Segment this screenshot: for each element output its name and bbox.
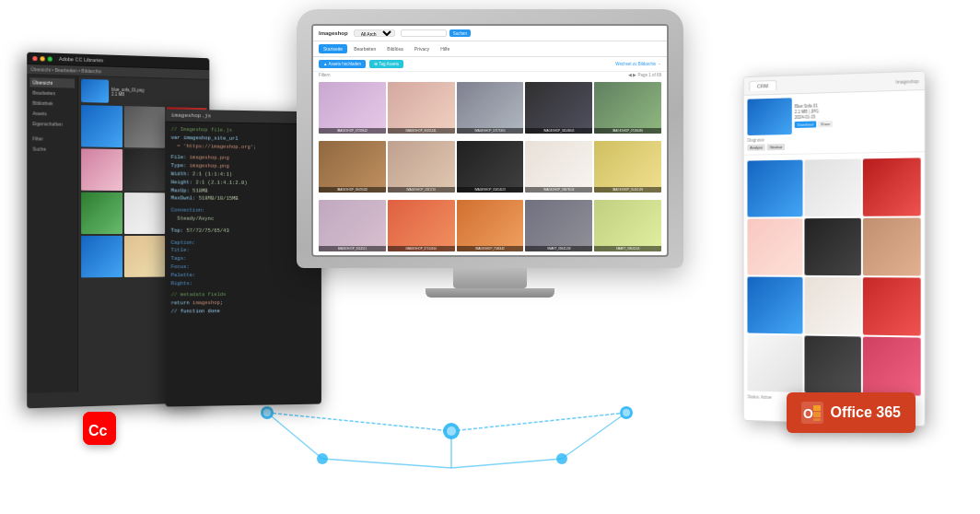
sidebar-item-filter[interactable]: Filter bbox=[29, 134, 75, 144]
minimize-dot[interactable] bbox=[41, 56, 45, 61]
sidebar-item-library[interactable]: Bibliothek bbox=[29, 99, 75, 109]
diagnose-btn[interactable]: Analyse bbox=[747, 144, 764, 150]
adobe-grid-item[interactable] bbox=[124, 236, 165, 277]
imageshop-ui: Imageshop All Archives Suchen Startseite… bbox=[313, 26, 667, 255]
image-cell[interactable]: IMAGESHOP_2024511 bbox=[319, 200, 386, 251]
office-badge-inner: O Office 365 bbox=[787, 392, 916, 433]
adobe-cc-icon: Cc bbox=[83, 412, 116, 445]
sidebar-item-edit[interactable]: Bearbeiten bbox=[29, 88, 75, 98]
adobe-grid-item[interactable] bbox=[124, 149, 165, 191]
image-cell[interactable]: IMAGESHOP_05454523 bbox=[457, 141, 524, 193]
web-img-cell[interactable] bbox=[747, 276, 802, 333]
image-cell[interactable]: IMAGESHOP_05491199 bbox=[594, 141, 661, 193]
detail-info: Blue Sofa 01 2.1 MB | JPG 2024-01-15 Dow… bbox=[795, 100, 921, 129]
svg-point-9 bbox=[443, 423, 460, 439]
tag-button[interactable]: ⊕ Tag Assets bbox=[369, 60, 403, 68]
svg-text:Cc: Cc bbox=[88, 423, 108, 438]
search-button[interactable]: Suchen bbox=[449, 29, 471, 37]
web-img-cell[interactable] bbox=[863, 337, 921, 396]
archive-dropdown[interactable]: All Archives bbox=[354, 29, 395, 37]
image-cell[interactable]: IMAGESHOP_2021710 bbox=[388, 141, 455, 193]
sidebar-item-search[interactable]: Suche bbox=[29, 144, 75, 154]
web-img-cell[interactable] bbox=[747, 334, 802, 392]
images-grid-row3: IMAGESHOP_2024511 IMAGESHOP_07314914 IMA… bbox=[313, 196, 667, 255]
svg-line-5 bbox=[322, 459, 451, 468]
image-cell[interactable]: IMAGESHOP_09876534 bbox=[525, 141, 592, 193]
is-header: Imageshop All Archives Suchen bbox=[313, 26, 667, 41]
web-header-title: Imageshop bbox=[895, 77, 918, 84]
adobe-grid-item[interactable] bbox=[81, 148, 122, 191]
close-dot[interactable] bbox=[32, 55, 37, 60]
web-img-cell[interactable] bbox=[863, 158, 921, 216]
tab-bildlosa[interactable]: Bildlösa bbox=[382, 44, 408, 53]
main-scene: Imageshop All Archives Suchen Startseite… bbox=[0, 0, 980, 514]
web-content: Status: Active bbox=[744, 152, 925, 408]
svg-line-6 bbox=[451, 459, 562, 468]
struktur-btn[interactable]: Struktur bbox=[767, 144, 785, 150]
tab-privacy[interactable]: Privacy bbox=[410, 44, 434, 53]
image-cell[interactable]: IMAGESHOP_04546845 bbox=[525, 82, 592, 134]
image-label: IMAGESHOP_2024511 bbox=[319, 246, 386, 251]
upload-button[interactable]: ▲ Assets hochladen bbox=[319, 60, 366, 68]
image-label: IMAGESHOP_05454523 bbox=[457, 187, 524, 193]
adobe-grid-item[interactable] bbox=[124, 106, 165, 148]
adobe-grid-item[interactable] bbox=[81, 193, 122, 234]
web-img-cell[interactable] bbox=[804, 218, 860, 275]
code-line: Title: bbox=[171, 247, 316, 255]
web-img-cell[interactable] bbox=[747, 160, 802, 217]
web-img-cell[interactable] bbox=[747, 218, 802, 275]
sidebar-item-overview[interactable]: Übersicht bbox=[29, 77, 75, 88]
monitor-screen: Imageshop All Archives Suchen Startseite… bbox=[311, 24, 669, 257]
svg-point-12 bbox=[623, 409, 630, 416]
adobe-grid-item[interactable] bbox=[81, 236, 122, 277]
image-cell[interactable]: IMAGESHOP_7046442 bbox=[457, 200, 524, 251]
search-input[interactable] bbox=[401, 29, 447, 37]
image-label: IMAGESHOP_07071965 bbox=[457, 128, 524, 134]
pagination: ◀ ▶ Page 1 of 68 bbox=[628, 73, 661, 77]
web-img-cell[interactable] bbox=[804, 335, 860, 393]
image-cell[interactable]: SMART_09841243 bbox=[594, 200, 661, 251]
sidebar-item-assets[interactable]: Assets bbox=[29, 109, 75, 119]
tab-startseite[interactable]: Startseite bbox=[319, 44, 347, 53]
search-container: Suchen bbox=[401, 29, 661, 37]
toolbar-label: Übersicht • Bearbeiten • Bildarchiv bbox=[30, 66, 101, 74]
svg-rect-21 bbox=[813, 418, 821, 421]
web-img-cell[interactable] bbox=[804, 277, 860, 335]
monitor-stand bbox=[453, 268, 527, 288]
web-tab-crm[interactable]: CRM bbox=[749, 80, 776, 91]
detail-download-btn[interactable]: Download bbox=[795, 121, 816, 128]
return-link[interactable]: Wechsel zu Bildarchiv → bbox=[615, 62, 661, 66]
tab-hilfe[interactable]: Hilfe bbox=[436, 44, 454, 53]
web-img-cell[interactable] bbox=[863, 277, 921, 335]
image-cell[interactable]: IMAGESHOP_07378622 bbox=[319, 82, 386, 134]
creative-cloud-icon: Cc bbox=[83, 412, 116, 445]
image-cell[interactable]: SMART_09841199 bbox=[525, 200, 592, 251]
adobe-grid-item[interactable] bbox=[124, 193, 165, 234]
monitor: Imageshop All Archives Suchen Startseite… bbox=[297, 9, 683, 298]
svg-rect-20 bbox=[813, 412, 821, 417]
image-cell[interactable]: IMAGESHOP_06205241 bbox=[388, 82, 455, 134]
sidebar-item-props[interactable]: Eigenschaften bbox=[29, 119, 75, 129]
tab-bearbeiten[interactable]: Bearbeiten bbox=[349, 44, 380, 53]
web-img-cell[interactable] bbox=[804, 158, 860, 216]
filter-info: Filtern bbox=[319, 73, 331, 77]
imageshop-logo: Imageshop bbox=[319, 30, 348, 36]
adobe-sidebar: Übersicht Bearbeiten Bibliothek Assets E… bbox=[27, 75, 78, 393]
adobe-grid-item[interactable] bbox=[81, 105, 122, 147]
images-grid-row1: IMAGESHOP_07378622 IMAGESHOP_06205241 IM… bbox=[313, 78, 667, 137]
svg-rect-19 bbox=[813, 405, 821, 411]
image-cell[interactable]: IMAGESHOP_07248466 bbox=[594, 82, 661, 134]
image-cell[interactable]: IMAGESHOP_07314914 bbox=[388, 200, 455, 251]
code-line: Focus: bbox=[171, 263, 316, 272]
maximize-dot[interactable] bbox=[48, 56, 52, 61]
image-cell[interactable]: IMAGESHOP_09476432 bbox=[319, 141, 386, 193]
detail-preview bbox=[747, 98, 791, 135]
office-logo-icon: O bbox=[801, 402, 823, 424]
monitor-base bbox=[426, 288, 554, 298]
code-line: Steady/Async bbox=[171, 216, 316, 225]
web-img-cell[interactable] bbox=[863, 217, 921, 275]
detail-share-btn[interactable]: Share bbox=[818, 120, 833, 126]
svg-line-1 bbox=[451, 413, 626, 431]
image-label: IMAGESHOP_2021710 bbox=[388, 187, 455, 193]
image-cell[interactable]: IMAGESHOP_07071965 bbox=[457, 82, 524, 134]
